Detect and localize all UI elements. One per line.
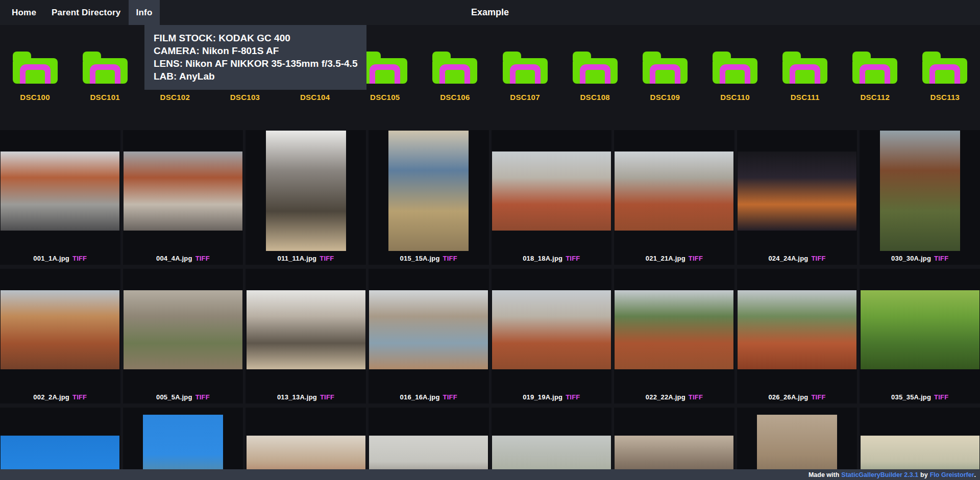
nav-item-home[interactable]: Home xyxy=(4,0,44,25)
nav-item-info[interactable]: Info xyxy=(129,0,160,25)
photo-cell[interactable]: 021_21A.jpg TIFF xyxy=(614,130,734,265)
photo-filename: 018_18A.jpg xyxy=(523,255,562,262)
photo-thumbnail[interactable] xyxy=(738,151,856,231)
photo-thumbnail[interactable] xyxy=(247,290,365,369)
photo-cell[interactable]: 030_30A.jpg TIFF xyxy=(860,130,980,265)
photo-filename: 016_16A.jpg xyxy=(400,393,440,401)
photo-thumbnail[interactable] xyxy=(492,151,611,231)
photo-filename: 035_35A.jpg xyxy=(891,393,931,401)
folder-icon-slot xyxy=(720,64,750,84)
photo-format-badge: TIFF xyxy=(566,255,580,262)
thumb-area xyxy=(123,269,243,390)
folder-label: DSC106 xyxy=(440,93,470,102)
folder-item-dsc113[interactable]: DSC113 xyxy=(910,52,980,130)
folder-item-dsc111[interactable]: DSC111 xyxy=(770,52,840,130)
folder-label: DSC105 xyxy=(370,93,400,102)
photo-thumbnail[interactable] xyxy=(388,131,469,251)
photo-cell[interactable]: 026_26A.jpg TIFF xyxy=(737,269,857,403)
photo-format-badge: TIFF xyxy=(320,393,334,401)
folder-icon-slot-inner xyxy=(725,70,745,84)
info-film-stock: FILM STOCK: KODAK GC 400 xyxy=(154,32,357,44)
folder-icon-slot-inner xyxy=(26,70,45,84)
photo-label: 016_16A.jpg TIFF xyxy=(369,390,489,403)
folder-icon-slot xyxy=(860,64,890,84)
folder-icon-slot xyxy=(439,64,470,84)
photo-thumbnail[interactable] xyxy=(124,290,242,369)
photo-thumbnail[interactable] xyxy=(1,290,119,369)
photo-thumbnail[interactable] xyxy=(861,290,979,369)
folder-item-dsc110[interactable]: DSC110 xyxy=(700,52,770,130)
folder-icon xyxy=(503,58,548,84)
thumb-area xyxy=(369,130,489,251)
photo-thumbnail[interactable] xyxy=(266,131,346,251)
folder-icon xyxy=(13,58,58,84)
photo-format-badge: TIFF xyxy=(566,393,580,401)
folder-item-dsc108[interactable]: DSC108 xyxy=(560,52,630,130)
photo-thumbnail[interactable] xyxy=(124,151,242,231)
photo-thumbnail[interactable] xyxy=(492,290,611,369)
photo-cell[interactable]: 015_15A.jpg TIFF xyxy=(369,130,489,265)
photo-cell[interactable]: 001_1A.jpg TIFF xyxy=(0,130,120,265)
folder-icon xyxy=(362,58,407,84)
folder-item-dsc100[interactable]: DSC100 xyxy=(0,52,70,130)
photo-thumbnail[interactable] xyxy=(880,131,960,251)
photo-cell[interactable]: 035_35A.jpg TIFF xyxy=(860,269,980,403)
folder-icon xyxy=(83,58,128,84)
photo-thumbnail[interactable] xyxy=(615,290,733,369)
photo-cell[interactable]: 004_4A.jpg TIFF xyxy=(123,130,243,265)
photo-cell[interactable]: 022_22A.jpg TIFF xyxy=(614,269,734,403)
photo-label: 005_5A.jpg TIFF xyxy=(123,390,243,403)
photo-format-badge: TIFF xyxy=(443,393,457,401)
thumb-area xyxy=(737,130,857,251)
nav-item-parent-directory[interactable]: Parent Directory xyxy=(44,0,128,25)
photo-format-badge: TIFF xyxy=(195,255,210,262)
photo-thumbnail[interactable] xyxy=(738,290,856,369)
footer-credit-bar: Made with StaticGalleryBuilder 2.3.1 by … xyxy=(0,469,980,480)
folder-item-dsc109[interactable]: DSC109 xyxy=(630,52,700,130)
photo-format-badge: TIFF xyxy=(72,255,87,262)
folder-icon xyxy=(922,58,967,84)
folder-label: DSC101 xyxy=(90,93,120,102)
nav-item-label: Home xyxy=(12,8,36,18)
photo-grid: 001_1A.jpg TIFF 004_4A.jpg TIFF 011_11A.… xyxy=(0,130,980,480)
photo-label: 013_13A.jpg TIFF xyxy=(246,390,366,403)
photo-cell[interactable]: 005_5A.jpg TIFF xyxy=(123,269,243,403)
photo-cell[interactable]: 011_11A.jpg TIFF xyxy=(246,130,366,265)
photo-format-badge: TIFF xyxy=(934,255,948,262)
thumb-area xyxy=(492,269,612,390)
photo-filename: 004_4A.jpg xyxy=(156,255,192,262)
photo-filename: 030_30A.jpg xyxy=(891,255,931,262)
folder-icon-slot xyxy=(20,64,51,84)
photo-thumbnail[interactable] xyxy=(369,290,488,369)
photo-filename: 013_13A.jpg xyxy=(277,393,317,401)
nav-item-label: Info xyxy=(136,8,153,18)
photo-cell[interactable]: 016_16A.jpg TIFF xyxy=(369,269,489,403)
photo-label: 015_15A.jpg TIFF xyxy=(369,251,489,265)
photo-cell[interactable]: 019_19A.jpg TIFF xyxy=(492,269,612,403)
folder-icon xyxy=(432,58,477,84)
folder-icon-slot-inner xyxy=(655,70,675,84)
author-link[interactable]: Flo Greistorfer xyxy=(930,471,974,478)
photo-thumbnail[interactable] xyxy=(1,151,119,231)
thumb-area xyxy=(246,269,366,390)
info-lens: LENS: Nikon AF NIKKOR 35-135mm f/3.5-4.5 xyxy=(154,57,357,70)
photo-cell[interactable]: 018_18A.jpg TIFF xyxy=(492,130,612,265)
folder-item-dsc107[interactable]: DSC107 xyxy=(490,52,560,130)
folder-item-dsc112[interactable]: DSC112 xyxy=(840,52,910,130)
nav-item-label: Parent Directory xyxy=(52,8,120,18)
photo-cell[interactable]: 002_2A.jpg TIFF xyxy=(0,269,120,403)
thumb-area xyxy=(246,130,366,251)
photo-format-badge: TIFF xyxy=(443,255,457,262)
builder-link[interactable]: StaticGalleryBuilder 2.3.1 xyxy=(841,471,918,478)
folder-item-dsc101[interactable]: DSC101 xyxy=(70,52,140,130)
photo-cell[interactable]: 024_24A.jpg TIFF xyxy=(737,130,857,265)
photo-label: 018_18A.jpg TIFF xyxy=(492,251,612,265)
folder-item-dsc106[interactable]: DSC106 xyxy=(420,52,490,130)
photo-cell[interactable]: 013_13A.jpg TIFF xyxy=(246,269,366,403)
photo-thumbnail[interactable] xyxy=(615,151,733,231)
folder-icon-slot xyxy=(650,64,680,84)
thumb-area xyxy=(123,130,243,251)
thumb-area xyxy=(0,269,120,390)
photo-format-badge: TIFF xyxy=(72,393,87,401)
folder-label: DSC108 xyxy=(580,93,610,102)
